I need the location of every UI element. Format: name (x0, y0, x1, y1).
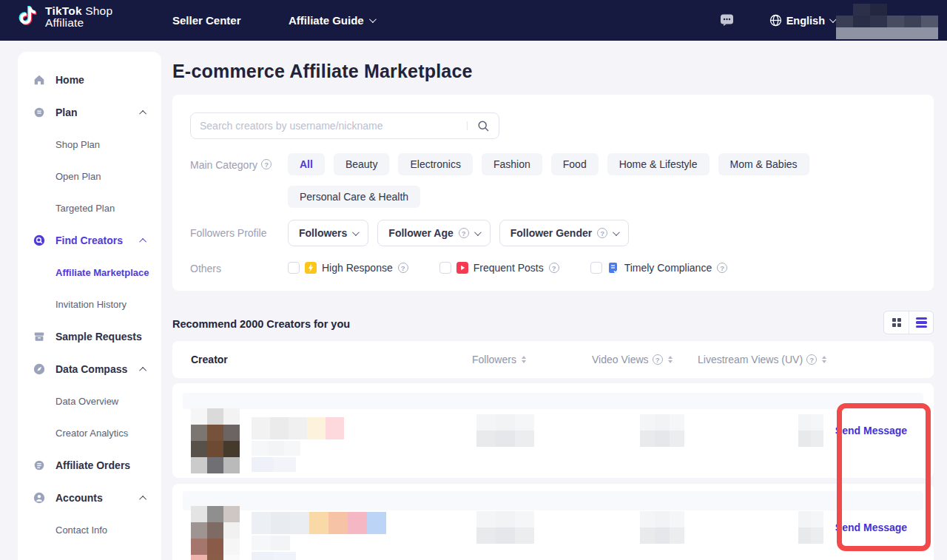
language-selector[interactable]: English (769, 0, 835, 41)
video-views-value-redacted (542, 511, 698, 544)
timely-compliance-checkbox[interactable]: Timely Compliance ? (590, 262, 728, 274)
sort-icon (822, 356, 826, 363)
accounts-icon (33, 491, 46, 505)
page-title: E-commerce Affiliate Marketplace (172, 61, 473, 82)
help-icon[interactable]: ? (549, 263, 559, 273)
creator-name-redacted (252, 506, 386, 560)
help-icon[interactable]: ? (261, 159, 272, 169)
help-icon: ? (597, 228, 607, 238)
checkbox[interactable] (439, 262, 451, 274)
column-creator: Creator (191, 354, 454, 365)
column-livestream-views[interactable]: Livestream Views (UV) ? (698, 354, 827, 365)
video-icon (456, 262, 468, 274)
checkbox[interactable] (590, 262, 602, 274)
send-message-button[interactable]: Send Message (835, 522, 907, 533)
sidebar: Home Plan Shop Plan Open Plan Targeted P… (18, 52, 161, 560)
sidebar-item-data-overview[interactable]: Data Overview (18, 385, 161, 417)
creator-row: Send Message (172, 383, 934, 478)
sidebar-item-home[interactable]: Home (18, 64, 161, 96)
sidebar-item-sample-requests[interactable]: Sample Requests (18, 320, 161, 353)
sidebar-item-invitation-history[interactable]: Invitation History (18, 289, 161, 320)
livestream-views-value-redacted (698, 511, 827, 544)
send-message-button[interactable]: Send Message (835, 425, 907, 436)
search-input[interactable] (191, 120, 467, 132)
list-view-button[interactable] (909, 311, 933, 334)
followers-dropdown[interactable]: Followers (288, 220, 368, 246)
help-icon: ? (653, 354, 663, 365)
orders-icon (33, 459, 46, 472)
help-icon: ? (806, 354, 817, 365)
help-icon[interactable]: ? (398, 263, 408, 273)
doc-check-icon (607, 262, 619, 274)
category-chip-electronics[interactable]: Electronics (398, 153, 472, 175)
column-followers[interactable]: Followers (454, 354, 542, 365)
chevron-down-icon (369, 16, 377, 23)
chevron-down-icon (352, 229, 360, 236)
message-icon[interactable] (720, 13, 734, 27)
category-chip-food[interactable]: Food (551, 153, 599, 175)
find-creators-icon (33, 234, 46, 247)
sidebar-item-affiliate-orders[interactable]: Affiliate Orders (18, 449, 161, 482)
category-chip-mom-babies[interactable]: Mom & Babies (718, 153, 809, 175)
recommend-bar: Recommend 2000 Creators for you (172, 307, 934, 341)
home-icon (33, 73, 46, 87)
table-header: Creator Followers Video Views ? Livestre… (172, 341, 934, 378)
sidebar-item-targeted-plan[interactable]: Targeted Plan (18, 192, 161, 224)
nav-affiliate-guide[interactable]: Affiliate Guide (289, 0, 374, 41)
sample-box-icon (33, 330, 46, 343)
followers-value-redacted (454, 511, 542, 544)
category-chip-fashion[interactable]: Fashion (482, 153, 542, 175)
category-chip-personal-care[interactable]: Personal Care & Health (288, 186, 420, 208)
others-row: Others High Response ? Frequent Posts (190, 257, 916, 274)
follower-age-dropdown[interactable]: Follower Age ? (377, 220, 490, 246)
sidebar-item-plan[interactable]: Plan (18, 96, 161, 129)
category-chip-all[interactable]: All (288, 153, 325, 175)
nav-seller-center[interactable]: Seller Center (172, 0, 241, 41)
sidebar-item-contact-info[interactable]: Contact Info (18, 514, 161, 546)
column-video-views[interactable]: Video Views ? (542, 354, 698, 365)
list-icon (916, 317, 927, 328)
grid-icon (892, 318, 901, 327)
followers-value-redacted (454, 414, 542, 447)
sidebar-item-data-compass[interactable]: Data Compass (18, 353, 161, 385)
sidebar-item-open-plan[interactable]: Open Plan (18, 161, 161, 192)
sort-icon (668, 356, 673, 363)
sort-icon (522, 356, 526, 363)
category-chip-home-lifestyle[interactable]: Home & Lifestyle (607, 153, 710, 175)
category-chip-beauty[interactable]: Beauty (334, 153, 390, 175)
sidebar-item-find-creators[interactable]: Find Creators (18, 224, 161, 257)
sidebar-item-accounts[interactable]: Accounts (18, 482, 161, 514)
top-navbar: TikTok Shop Affiliate Seller Center Affi… (0, 0, 947, 41)
help-icon[interactable]: ? (717, 263, 727, 273)
frequent-posts-checkbox[interactable]: Frequent Posts ? (439, 262, 559, 274)
checkbox[interactable] (288, 262, 300, 274)
tiktok-note-icon (18, 5, 38, 29)
main-content: E-commerce Affiliate Marketplace Main Ca… (172, 41, 934, 560)
tiktok-shop-affiliate-logo[interactable]: TikTok Shop Affiliate (18, 5, 112, 29)
creator-name-redacted (252, 408, 344, 473)
search-icon[interactable] (468, 120, 499, 132)
compass-icon (33, 362, 46, 376)
high-response-checkbox[interactable]: High Response ? (288, 262, 408, 274)
followers-profile-label: Followers Profile (190, 220, 288, 246)
globe-icon (769, 14, 782, 27)
brand-text: TikTok Shop Affiliate (45, 5, 112, 29)
chevron-down-icon (613, 229, 620, 236)
follower-gender-dropdown[interactable]: Follower Gender ? (499, 220, 629, 246)
sidebar-item-affiliate-marketplace[interactable]: Affiliate Marketplace (18, 257, 161, 289)
sidebar-item-creator-analytics[interactable]: Creator Analytics (18, 417, 161, 449)
sidebar-item-shop-plan[interactable]: Shop Plan (18, 129, 161, 161)
help-icon: ? (459, 228, 469, 238)
grid-view-button[interactable] (884, 311, 909, 334)
followers-profile-row: Followers Profile Followers Follower Age… (190, 220, 916, 246)
others-label: Others (190, 257, 288, 274)
creator-row: Send Message (172, 484, 934, 560)
video-views-value-redacted (542, 414, 698, 447)
avatar (191, 506, 240, 560)
user-account-redacted[interactable] (836, 4, 938, 39)
main-category-row: Main Category ? All Beauty Electronics F… (190, 153, 916, 208)
creator-search (190, 112, 499, 139)
plan-icon (33, 106, 46, 119)
creator-cell-redacted (191, 388, 454, 473)
view-toggle (883, 311, 934, 334)
